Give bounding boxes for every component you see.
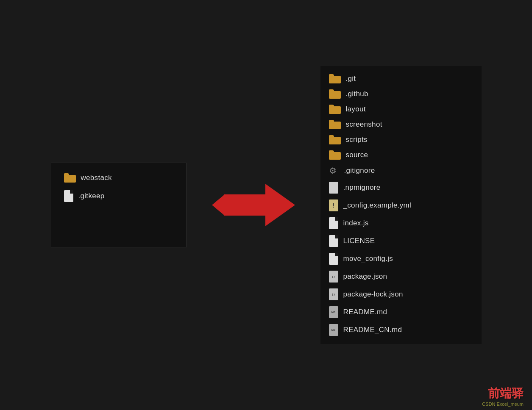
file-icon [329,235,338,247]
arrow-tail [212,194,225,216]
file-name: package-lock.json [343,290,403,299]
folder-icon [329,150,341,160]
file-name: scripts [346,136,368,144]
file-name: .git [346,75,356,83]
md-file-icon: MD [329,306,338,318]
file-name: move_config.js [343,255,393,263]
file-name: webstack [81,174,112,182]
list-item: scripts [329,133,469,146]
file-name: .github [346,90,368,98]
file-name: index.js [343,219,369,227]
right-panel: .git .github layout screenshot scripts s… [320,66,482,344]
list-item: layout [329,103,469,116]
file-name: .gitignore [344,166,375,175]
folder-icon [329,105,341,114]
file-name: _config.example.yml [343,201,412,210]
list-item: MD README_CN.md [329,322,469,338]
json-file-icon: { } [329,288,338,300]
folder-icon [329,135,341,144]
list-item: ! _config.example.yml [329,198,469,213]
json-file-icon: { } [329,271,338,283]
file-name: README.md [343,308,387,316]
list-item: MD README.md [329,305,469,320]
list-item: webstack [64,172,173,184]
list-item: .npmignore [329,180,469,195]
file-name: layout [346,105,366,114]
list-item: index.js [329,216,469,231]
arrow-container [212,184,295,226]
file-name: .gitkeep [78,192,105,200]
file-name: README_CN.md [343,326,402,334]
file-name: screenshot [346,120,382,129]
list-item: ⚙ .gitignore [329,164,469,177]
file-name: .npmignore [343,183,381,192]
gear-file-icon: ⚙ [329,166,339,176]
arrow-head [265,184,295,226]
list-item: LICENSE [329,233,469,249]
file-icon [329,217,338,229]
arrow-body [224,194,266,216]
file-name: source [346,151,368,159]
list-item: .git [329,72,469,85]
exclaim-file-icon: ! [329,199,338,211]
file-icon [64,190,73,202]
list-item: .github [329,88,469,100]
list-item: move_config.js [329,251,469,266]
arrow-right-icon [212,184,295,226]
watermark-sub: CSDN Excel_meum [482,402,524,407]
folder-icon [64,173,76,183]
folder-icon [329,74,341,83]
list-item: .gitkeep [64,188,173,204]
text-file-icon [329,182,338,194]
file-name: package.json [343,272,387,281]
md-file-icon: MD [329,324,338,336]
main-container: webstack .gitkeep .git .github layout [0,0,532,410]
folder-icon [329,89,341,99]
list-item: screenshot [329,118,469,131]
watermark-chinese: 前端驿 [488,385,524,402]
list-item: { } package.json [329,269,469,284]
list-item: { } package-lock.json [329,287,469,302]
file-icon [329,253,338,265]
list-item: source [329,149,469,161]
folder-icon [329,120,341,129]
file-name: LICENSE [343,237,375,245]
left-panel: webstack .gitkeep [51,163,187,247]
